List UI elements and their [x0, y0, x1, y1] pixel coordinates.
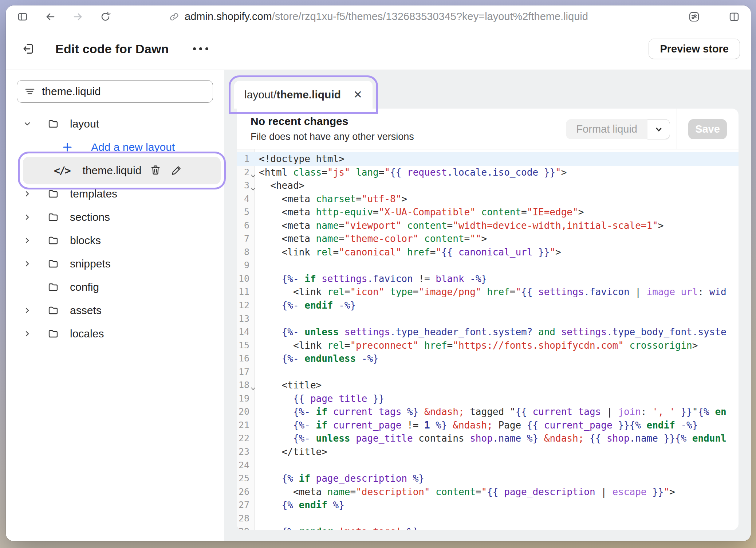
- version-bar: No recent changes File does not have any…: [237, 109, 739, 149]
- add-label: Add a new layout: [91, 141, 175, 153]
- code-line[interactable]: 14 {%- unless settings.type_header_font.…: [237, 325, 739, 339]
- line-number: 12: [237, 299, 255, 312]
- code-line[interactable]: 22 {%- unless page_title contains shop.n…: [237, 432, 739, 445]
- code-line[interactable]: 7 <meta name="theme-color" content="">: [237, 232, 739, 246]
- code-text: {%- unless settings.type_header_font.sys…: [255, 325, 739, 339]
- save-button[interactable]: Save: [688, 119, 727, 139]
- link-icon: [169, 11, 180, 22]
- line-number: 25: [237, 472, 255, 485]
- sidebar-folder-config[interactable]: config: [6, 275, 224, 299]
- code-editor[interactable]: 1<!doctype html>2<html class="js" lang="…: [237, 149, 739, 530]
- filter-icon: [24, 86, 35, 97]
- folder-label: snippets: [70, 258, 111, 270]
- chevron-right-icon[interactable]: [22, 212, 33, 223]
- tab-close-icon[interactable]: ✕: [353, 89, 362, 100]
- code-line[interactable]: 8 <link rel="canonical" href="{{ canonic…: [237, 246, 739, 259]
- exit-icon[interactable]: [20, 40, 37, 57]
- tab-path-prefix: layout/: [244, 89, 276, 101]
- fold-chevron-icon[interactable]: [250, 382, 256, 388]
- code-line[interactable]: 25 {% if page_description %}: [237, 472, 739, 485]
- code-line[interactable]: 29 {% render 'meta-tags' %}: [237, 525, 739, 530]
- code-line[interactable]: 5 <meta http-equiv="X-UA-Compatible" con…: [237, 206, 739, 219]
- address-bar[interactable]: admin.shopify.com/store/rzq1xu-f5/themes…: [169, 5, 588, 28]
- code-text: <link rel="icon" type="image/png" href="…: [255, 285, 739, 299]
- code-line[interactable]: 9: [237, 259, 739, 272]
- app-header: Edit code for Dawn Preview store: [6, 28, 751, 70]
- split-view-icon[interactable]: [727, 9, 741, 24]
- code-line[interactable]: 12 {%- endif -%}: [237, 299, 739, 312]
- chevron-down-icon[interactable]: [22, 118, 33, 129]
- more-actions-icon[interactable]: [189, 44, 212, 54]
- code-line[interactable]: 18 <title>: [237, 379, 739, 392]
- code-text: [255, 512, 739, 525]
- sidebar-folder-assets[interactable]: assets: [6, 299, 224, 322]
- line-number: 29: [237, 525, 255, 530]
- page-title: Edit code for Dawn: [55, 42, 169, 56]
- line-number: 2: [237, 166, 255, 179]
- line-number: 17: [237, 365, 255, 379]
- file-label: theme.liquid: [83, 164, 142, 177]
- code-line[interactable]: 20 {%- if current_tags %} &ndash; tagged…: [237, 405, 739, 419]
- line-number: 4: [237, 192, 255, 206]
- code-line[interactable]: 4 <meta charset="utf-8">: [237, 192, 739, 206]
- reload-icon[interactable]: [98, 9, 113, 24]
- code-text: <meta charset="utf-8">: [255, 192, 739, 206]
- chevron-right-icon[interactable]: [22, 188, 33, 199]
- sidebar-item-theme-liquid[interactable]: </>theme.liquid: [23, 157, 221, 184]
- back-icon[interactable]: [43, 9, 58, 24]
- line-number: 27: [237, 498, 255, 512]
- rename-file-icon[interactable]: [170, 164, 184, 177]
- folder-label: locales: [70, 328, 104, 340]
- chevron-right-icon[interactable]: [22, 258, 33, 269]
- fold-chevron-icon[interactable]: [250, 183, 256, 188]
- code-text: {%- endif -%}: [255, 299, 739, 312]
- code-line[interactable]: 27 {% endif %}: [237, 498, 739, 512]
- code-line[interactable]: 13: [237, 312, 739, 326]
- sidebar-toggle-icon[interactable]: [15, 9, 30, 24]
- format-dropdown-button[interactable]: [647, 119, 670, 139]
- chevron-right-icon[interactable]: [22, 235, 33, 246]
- code-text: {%- if settings.favicon != blank -%}: [255, 272, 739, 286]
- code-line[interactable]: 6 <meta name="viewport" content="width=d…: [237, 219, 739, 232]
- add-new-layout-button[interactable]: Add a new layout: [6, 136, 224, 159]
- line-number: 9: [237, 259, 255, 272]
- sidebar-folder-blocks[interactable]: blocks: [6, 229, 224, 252]
- sidebar-folder-templates[interactable]: templates: [6, 182, 224, 206]
- url-host: admin.shopify.com: [185, 11, 272, 22]
- code-line[interactable]: 24: [237, 459, 739, 472]
- chevron-spacer: [22, 282, 33, 293]
- sidebar-folder-locales[interactable]: locales: [6, 322, 224, 345]
- preview-store-button[interactable]: Preview store: [649, 39, 740, 59]
- code-line[interactable]: 3 <head>: [237, 179, 739, 192]
- line-number: 19: [237, 392, 255, 406]
- code-line[interactable]: 17: [237, 365, 739, 379]
- code-line[interactable]: 21 {%- if current_page != 1 %} &ndash; P…: [237, 419, 739, 432]
- tab-theme-liquid[interactable]: layout/theme.liquid ✕: [234, 81, 373, 109]
- code-line[interactable]: 2<html class="js" lang="{{ request.local…: [237, 166, 739, 179]
- format-liquid-button[interactable]: Format liquid: [566, 119, 670, 139]
- chevron-right-icon[interactable]: [22, 328, 33, 339]
- code-line[interactable]: 15 <link rel="preconnect" href="https://…: [237, 339, 739, 352]
- code-line[interactable]: 28: [237, 512, 739, 525]
- file-search-input[interactable]: theme.liquid: [17, 80, 213, 103]
- code-line[interactable]: 23 </title>: [237, 445, 739, 459]
- forward-icon[interactable]: [71, 9, 85, 24]
- file-sidebar: theme.liquid layoutAdd a new layout</>th…: [6, 70, 224, 541]
- editor-card: No recent changes File does not have any…: [237, 109, 739, 530]
- sidebar-folder-sections[interactable]: sections: [6, 206, 224, 229]
- sidebar-folder-layout[interactable]: layout: [6, 112, 224, 136]
- code-text: [255, 459, 739, 472]
- code-line[interactable]: 1<!doctype html>: [237, 152, 739, 166]
- code-line[interactable]: 11 <link rel="icon" type="image/png" hre…: [237, 285, 739, 299]
- url-path: /store/rzq1xu-f5/themes/132683530345?key…: [272, 11, 588, 22]
- folder-label: layout: [70, 118, 99, 130]
- chevron-right-icon[interactable]: [22, 305, 33, 316]
- code-line[interactable]: 10 {%- if settings.favicon != blank -%}: [237, 272, 739, 286]
- code-line[interactable]: 26 <meta name="description" content="{{ …: [237, 485, 739, 499]
- code-line[interactable]: 16 {%- endunless -%}: [237, 352, 739, 365]
- browser-settings-icon[interactable]: [687, 9, 701, 24]
- code-line[interactable]: 19 {{ page_title }}: [237, 392, 739, 406]
- fold-chevron-icon[interactable]: [250, 169, 256, 175]
- sidebar-folder-snippets[interactable]: snippets: [6, 252, 224, 275]
- delete-file-icon[interactable]: [149, 164, 162, 177]
